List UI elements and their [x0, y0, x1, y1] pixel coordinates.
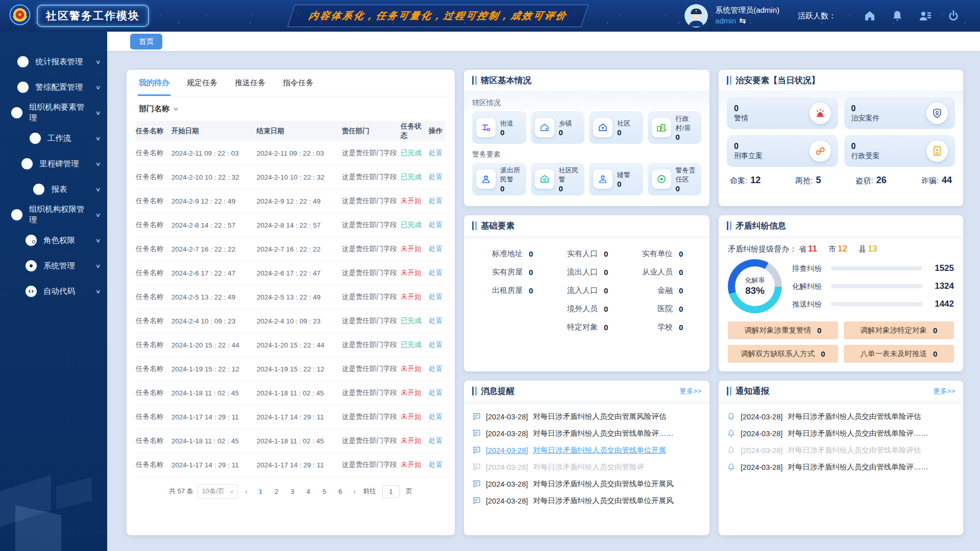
page-1[interactable]: 1 [255, 487, 266, 496]
page-4[interactable]: 4 [303, 487, 314, 496]
handle-link[interactable]: 处置 [427, 268, 446, 278]
tab-pushed-tasks[interactable]: 推送任务 [234, 78, 266, 96]
message-item[interactable]: [2024-03-28] 对每日涉矛盾纠纷人员交由管线单位开展风 [472, 492, 701, 509]
handle-link[interactable]: 处置 [427, 148, 446, 158]
power-icon[interactable] [947, 10, 960, 22]
handle-link[interactable]: 处置 [427, 220, 446, 230]
message-item[interactable]: [2024-03-28] 对每日涉矛盾纠纷人员交由管线单位开展风 [472, 475, 701, 492]
task-table: 任务名称 开始日期 结束日期 责任部门 任务状态 操作 任务名称 2024-2-… [136, 121, 446, 477]
notice-item[interactable]: [2024-03-28] 对每日涉矛盾纠纷人员交由管线单险评…… [727, 425, 955, 442]
btn-late-push[interactable]: 八单一表未及时推送0 [844, 345, 954, 363]
tasks-panel: 我的待办 规定任务 推送任务 指令任务 部门名称 ∨ 任务名称 开始日期 结束日… [127, 70, 455, 535]
sidebar-item-org-elements[interactable]: 组织机构要素管理 ∨ [0, 100, 107, 126]
more-link[interactable]: 更多>> [933, 387, 955, 396]
btn-missing-contact[interactable]: 调解双方缺联系人方式0 [728, 345, 838, 363]
handle-link[interactable]: 处置 [427, 340, 446, 349]
sidebar-item-auto-code[interactable]: 自动代码 ∨ [0, 279, 107, 304]
sidebar-item-system[interactable]: 系统管理 ∨ [0, 253, 107, 279]
handle-link[interactable]: 处置 [427, 436, 446, 445]
table-row: 任务名称 2024-1-18 11 : 02 : 45 2024-1-18 11… [136, 381, 446, 405]
notice-item[interactable]: [2024-03-28] 对每日涉矛盾纠纷人员交由管线单险评估 [727, 408, 955, 425]
message-item[interactable]: [2024-03-28] 对每日涉矛盾纠纷人员交由管线单险评…… [472, 425, 701, 442]
handle-link[interactable]: 处置 [427, 244, 446, 254]
handle-link[interactable]: 处置 [427, 388, 446, 397]
task-start: 2024-1-17 14 : 29 : 11 [172, 413, 257, 421]
handle-link[interactable]: 处置 [427, 292, 446, 302]
task-name: 任务名称 [136, 292, 172, 302]
sidebar-item-milestones[interactable]: 里程碑管理 ∨ [0, 151, 107, 177]
tab-command-tasks[interactable]: 指令任务 [282, 78, 314, 96]
bell-icon[interactable] [891, 10, 903, 22]
message-item[interactable]: [2024-03-28] 对每日涉矛盾纠纷人员交由管线单位开展 [472, 442, 701, 459]
task-start: 2024-2-10 10 : 22 : 32 [172, 173, 257, 181]
notice-text: 对每日涉矛盾纠纷人员交由管线单险评…… [788, 462, 928, 472]
btn-repeat-alerts[interactable]: 调解对象涉重复警情0 [728, 321, 838, 339]
handle-link[interactable]: 处置 [427, 460, 446, 469]
next-page-button[interactable]: › [350, 487, 359, 495]
stat-label: 行政村/居 [676, 115, 691, 132]
task-name: 任务名称 [136, 460, 172, 469]
stat-theft: 盗窃:26 [856, 175, 887, 186]
department-filter[interactable]: 部门名称 ∨ [136, 96, 446, 121]
base-label: 流出人口 [567, 267, 598, 277]
task-start: 2024-2-4 10 : 09 : 23 [172, 317, 257, 325]
sidebar-item-label: 角色权限 [43, 235, 75, 246]
handle-link[interactable]: 处置 [427, 172, 446, 182]
handle-link[interactable]: 处置 [427, 364, 446, 373]
stat-label: 辅警 [617, 171, 630, 179]
message-item[interactable]: [2024-03-28] 对每日涉矛盾纠纷人员交由管险评 [472, 459, 701, 475]
sidebar-item-label: 里程碑管理 [39, 159, 79, 169]
donut-value: 83% [745, 285, 765, 296]
avatar[interactable] [684, 4, 708, 28]
page-size-select[interactable]: 10条/页 ∨ [198, 484, 238, 498]
handle-link[interactable]: 处置 [427, 412, 446, 421]
contacts-icon[interactable] [919, 10, 932, 22]
base-col-3: 实有单位0从业人员0金融0医院0学校0 [624, 249, 699, 332]
switch-user-icon[interactable]: ⇆ [739, 15, 746, 27]
handle-link[interactable]: 处置 [427, 316, 446, 325]
page-5[interactable]: 5 [318, 487, 330, 496]
security-panel: 治安要素【当日状况】 0警情 0治安案件 0刑事立案 [719, 70, 963, 206]
sidebar-item-stat-reports[interactable]: 统计报表管理 ∨ [0, 49, 107, 74]
page-2[interactable]: 2 [271, 487, 282, 496]
task-dept: 这是责任部门字段 [342, 412, 401, 421]
more-link[interactable]: 更多>> [679, 387, 701, 396]
notice-item[interactable]: [2024-03-28] 对每日涉矛盾纠纷人员交由管线单险评估 [727, 442, 955, 459]
home-icon[interactable] [864, 10, 876, 22]
bar-label: 推送纠纷 [792, 299, 826, 309]
sidebar-item-org-permissions[interactable]: 组织机构权限管理 ∨ [0, 202, 107, 228]
tab-required-tasks[interactable]: 规定任务 [186, 78, 218, 96]
sidebar-item-workflow[interactable]: 工作流 ∨ [0, 126, 107, 151]
sidebar-item-label: 系统管理 [43, 261, 75, 271]
sidebar-item-role-permissions[interactable]: 角色权限 ∨ [0, 228, 107, 253]
btn-specific-subjects[interactable]: 调解对象涉特定对象0 [844, 321, 954, 339]
stat-homicide: 命案:12 [730, 175, 761, 186]
org-permission-icon [11, 209, 22, 220]
username[interactable]: admin [715, 16, 736, 26]
sidebar-nav: 统计报表管理 ∨ 警综配置管理 ∨ 组织机构要素管理 ∨ 工作流 ∨ 里程碑管理… [0, 32, 107, 551]
stat-label: 社区民警 [559, 166, 579, 183]
base-stat: 特定对象0 [549, 322, 624, 332]
bell-outline-icon [727, 463, 736, 471]
message-item[interactable]: [2024-03-28] 对每日涉矛盾纠纷人员交由管展风险评估 [472, 408, 701, 425]
dispute-panel: 矛盾纠纷信息 矛盾纠纷提级督办： 省11 市12 县13 化解率83% [719, 215, 963, 371]
tab-my-todo[interactable]: 我的待办 [138, 78, 170, 96]
task-dept: 这是责任部门字段 [342, 196, 401, 206]
user-area: 系统管理员(admin) admin ⇆ 活跃人数： [684, 4, 980, 28]
task-dept: 这是责任部门字段 [342, 316, 401, 325]
page-6[interactable]: 6 [334, 487, 346, 496]
prev-page-button[interactable]: ‹ [242, 487, 251, 495]
page-3[interactable]: 3 [286, 487, 298, 496]
notice-item[interactable]: [2024-03-28] 对每日涉矛盾纠纷人员交由管线单险评…… [727, 459, 955, 475]
sidebar-item-police-config[interactable]: 警综配置管理 ∨ [0, 74, 107, 100]
sidebar-item-reports[interactable]: 报表 ∨ [0, 177, 107, 202]
base-stat: 流入人口0 [549, 286, 624, 295]
handle-link[interactable]: 处置 [427, 196, 446, 206]
top-header: 社区警务工作模块 内容体系化，任务可量化，过程可控制，成效可评价 系统管理员(a… [0, 0, 980, 32]
task-end: 2024-2-10 10 : 22 : 32 [257, 173, 342, 181]
goto-page-input[interactable] [382, 485, 400, 498]
town-icon [535, 118, 554, 137]
tab-home[interactable]: 首页 [130, 34, 162, 49]
status-badge: 已完成 [401, 340, 427, 349]
base-label: 标准地址 [492, 249, 523, 259]
